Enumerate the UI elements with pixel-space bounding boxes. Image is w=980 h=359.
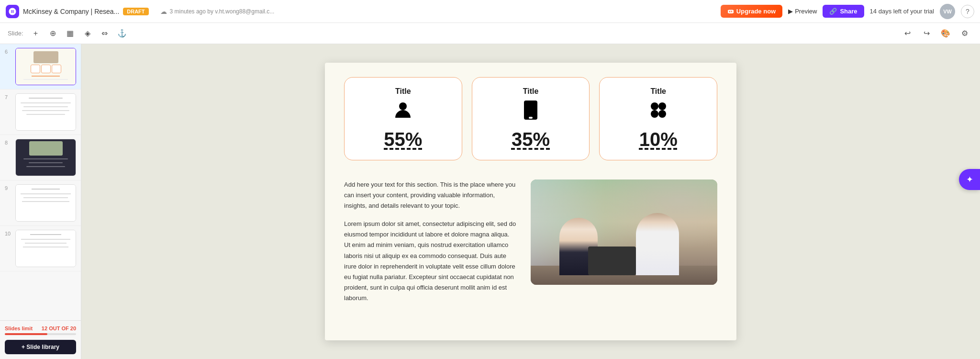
- cloud-icon: ☁: [160, 8, 167, 15]
- doc-title: McKinsey & Company | Resea...: [23, 8, 119, 15]
- undo-button[interactable]: ↩: [900, 26, 915, 41]
- thumb-img-dark-8: [29, 141, 63, 156]
- share-icon: 🔗: [829, 8, 837, 15]
- stat-card-1-percent: 55%: [384, 129, 422, 150]
- thumb-line-9a: [32, 189, 60, 190]
- stat-card-2-percent: 35%: [512, 129, 550, 150]
- image-section: [531, 180, 717, 285]
- slide-library-button[interactable]: + Slide library: [5, 340, 76, 354]
- play-icon: ▶: [788, 8, 793, 15]
- thumb-content-6: [16, 48, 76, 85]
- thumb-orange-line: [32, 76, 60, 77]
- redo-button[interactable]: ↪: [919, 26, 934, 41]
- content-row: Add here your text for this section. Thi…: [344, 180, 717, 311]
- anchor-button[interactable]: ⚓: [114, 26, 130, 41]
- svg-point-7: [658, 110, 666, 118]
- svg-point-5: [658, 102, 666, 110]
- style-button[interactable]: ◈: [80, 26, 95, 41]
- toolbar-right: ↩ ↪ 🎨 ⚙: [900, 26, 972, 41]
- move-button[interactable]: ⊕: [45, 26, 61, 41]
- resize-button[interactable]: ⇔: [97, 26, 112, 41]
- upgrade-label: Upgrade now: [736, 8, 776, 15]
- slide-thumbnail-8[interactable]: 8: [0, 135, 81, 180]
- thumb-line-10c: [25, 243, 67, 244]
- thumb-line-7e: [26, 114, 66, 115]
- progress-bar-bg: [5, 333, 76, 335]
- stat-card-3-percent: 10%: [639, 129, 678, 150]
- thumb-card-3: [52, 65, 61, 73]
- thumb-img-6: [33, 51, 58, 63]
- slide-thumbnail-7[interactable]: 7: [0, 90, 81, 135]
- app-logo[interactable]: [6, 5, 19, 18]
- canvas-area[interactable]: Title 55% Title: [81, 44, 980, 359]
- slide-thumb-box-8: [15, 139, 76, 176]
- share-label: Share: [840, 8, 857, 15]
- thumb-content-8: [16, 139, 76, 176]
- sidebar-footer: Slides limit 12 OUT OF 20 + Slide librar…: [0, 320, 81, 359]
- slide-thumb-box-7: [15, 93, 76, 131]
- slide-thumbnail-9[interactable]: 9: [0, 180, 81, 226]
- grid-icon: [649, 101, 668, 124]
- slide-label: Slide:: [8, 30, 23, 37]
- preview-button[interactable]: ▶ Preview: [788, 8, 817, 15]
- thumb-line-10b: [21, 239, 70, 240]
- thumb-line-9c: [23, 197, 68, 198]
- topbar: McKinsey & Company | Resea... DRAFT ☁ 3 …: [0, 0, 980, 23]
- thumb-line-10d: [23, 247, 69, 247]
- stat-card-2: Title 35%: [472, 77, 590, 160]
- topbar-right: 🎟 Upgrade now ▶ Preview 🔗 Share 14 days …: [721, 4, 974, 19]
- slide-thumb-box-10: [15, 230, 76, 267]
- thumb-line-8c: [26, 166, 66, 167]
- thumb-content-9: [16, 185, 76, 221]
- thumb-content-7: [16, 94, 76, 130]
- tablet-icon: [523, 101, 538, 124]
- thumb-line-8b: [29, 162, 62, 163]
- slide-thumbnail-10[interactable]: 10: [0, 226, 81, 271]
- slides-count: 12 OUT OF 20: [42, 325, 76, 331]
- slide-thumb-box-6: [15, 48, 76, 85]
- laptop-prop: [588, 247, 636, 275]
- thumb-line-9d: [22, 201, 69, 202]
- thumb-line-7d: [22, 110, 69, 111]
- floating-action-button[interactable]: ✦: [959, 169, 980, 190]
- sidebar: 6 7: [0, 44, 81, 359]
- slide-thumb-box-9: [15, 184, 76, 222]
- add-slide-button[interactable]: +: [28, 26, 44, 41]
- slides-limit-label: Slides limit 12 OUT OF 20: [5, 325, 76, 331]
- pattern-button[interactable]: ▦: [63, 26, 78, 41]
- help-icon[interactable]: ?: [961, 5, 974, 18]
- settings-button[interactable]: ⚙: [957, 26, 972, 41]
- slide-num-6: 6: [5, 49, 11, 55]
- stat-card-3: Title 10%: [599, 77, 717, 160]
- meeting-image: [531, 180, 717, 285]
- theme-button[interactable]: 🎨: [938, 26, 953, 41]
- thumb-line-8a: [23, 158, 68, 159]
- stat-card-3-title: Title: [650, 87, 666, 96]
- thumb-card-1: [31, 65, 40, 73]
- trial-text: 14 days left of your trial: [870, 8, 934, 15]
- progress-bar-fill: [5, 333, 47, 335]
- slides-limit-text: Slides limit: [5, 325, 33, 331]
- svg-point-6: [651, 110, 658, 118]
- slide-num-7: 7: [5, 94, 11, 100]
- slide-num-10: 10: [5, 231, 11, 236]
- avatar[interactable]: VW: [940, 4, 955, 19]
- slide-num-9: 9: [5, 185, 11, 191]
- topbar-left: McKinsey & Company | Resea... DRAFT ☁ 3 …: [6, 5, 717, 18]
- thumb-line-7a: [29, 98, 62, 99]
- slide-num-8: 8: [5, 140, 11, 146]
- svg-point-4: [651, 102, 658, 110]
- share-button[interactable]: 🔗 Share: [823, 5, 864, 18]
- cloud-text: 3 minutes ago by v.ht.wong88@gmail.c...: [170, 8, 275, 15]
- text-section: Add here your text for this section. Thi…: [344, 180, 516, 311]
- toolbar: Slide: + ⊕ ▦ ◈ ⇔ ⚓ ↩ ↪ 🎨 ⚙: [0, 23, 980, 44]
- svg-rect-3: [529, 117, 533, 119]
- stat-card-1-title: Title: [395, 87, 411, 96]
- draft-badge: DRAFT: [123, 8, 148, 15]
- thumb-line-9b: [21, 193, 71, 194]
- thumb-line-7b: [21, 102, 71, 103]
- thumb-card-2: [41, 65, 51, 73]
- thumb-line-10a: [30, 234, 61, 235]
- upgrade-button[interactable]: 🎟 Upgrade now: [721, 5, 782, 18]
- slide-thumbnail-6[interactable]: 6: [0, 44, 81, 90]
